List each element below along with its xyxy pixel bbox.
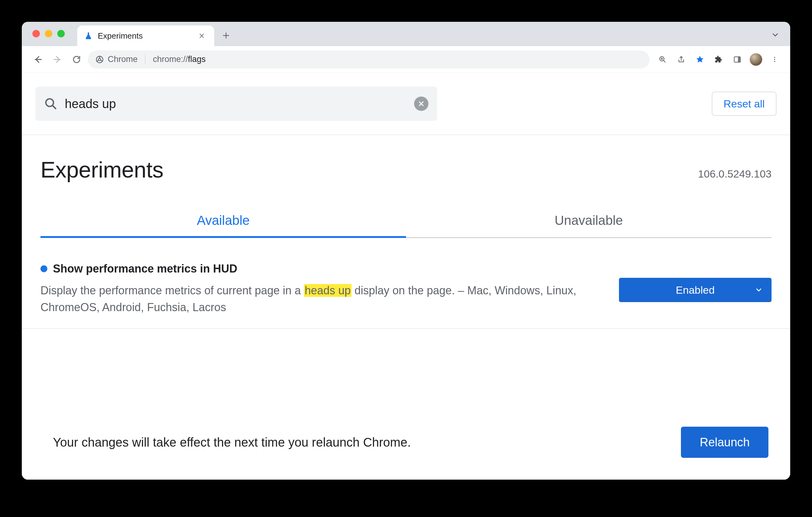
relaunch-bar: Your changes will take effect the next t… (22, 409, 790, 480)
svg-point-7 (774, 61, 775, 62)
reload-button[interactable] (68, 51, 85, 67)
toolbar-actions (655, 52, 782, 67)
close-window-button[interactable] (32, 30, 40, 37)
forward-button[interactable] (49, 51, 65, 67)
avatar-icon (750, 53, 762, 66)
modified-dot-icon (40, 265, 47, 272)
minimize-window-button[interactable] (45, 30, 52, 37)
tab-overflow-button[interactable] (771, 31, 784, 39)
extensions-icon[interactable] (711, 52, 726, 67)
page-header: Experiments 106.0.5249.103 (22, 135, 790, 182)
menu-button[interactable] (767, 52, 782, 67)
profile-avatar[interactable] (749, 52, 763, 67)
svg-point-6 (774, 59, 775, 60)
chip-label: Chrome (108, 55, 138, 64)
relaunch-button[interactable]: Relaunch (681, 427, 768, 458)
share-icon[interactable] (674, 52, 689, 67)
omnibox-divider (145, 55, 145, 64)
close-tab-icon[interactable] (197, 31, 206, 40)
version-label: 106.0.5249.103 (698, 168, 772, 180)
browser-toolbar: Chrome chrome://flags (22, 46, 790, 73)
flag-item: Show performance metrics in HUD Display … (22, 238, 790, 329)
side-panel-icon[interactable] (730, 52, 745, 67)
address-bar[interactable]: Chrome chrome://flags (88, 51, 649, 68)
tab-title: Experiments (98, 31, 143, 41)
flag-search-box[interactable] (35, 87, 437, 121)
search-row: Reset all (22, 73, 790, 135)
back-button[interactable] (30, 51, 46, 67)
chrome-icon (95, 55, 104, 64)
chevron-down-icon (755, 286, 763, 294)
tab-available[interactable]: Available (40, 204, 406, 237)
svg-rect-4 (738, 57, 741, 62)
flag-title: Show performance metrics in HUD (53, 262, 237, 275)
flag-description: Display the performance metrics of curre… (40, 282, 607, 316)
maximize-window-button[interactable] (57, 30, 65, 37)
tab-strip: Experiments (22, 22, 790, 46)
site-chip: Chrome (95, 55, 138, 64)
browser-window: Experiments (22, 22, 790, 480)
flag-state-select[interactable]: Enabled (619, 278, 772, 302)
flag-text: Show performance metrics in HUD Display … (40, 262, 607, 316)
search-highlight: heads up (304, 284, 351, 297)
browser-tab[interactable]: Experiments (77, 26, 214, 46)
omnibox-url: chrome://flags (153, 55, 206, 64)
bookmark-star-icon[interactable] (692, 52, 707, 67)
window-controls (32, 30, 65, 37)
flag-tabs: Available Unavailable (40, 204, 772, 238)
flag-state-value: Enabled (676, 284, 715, 296)
tab-unavailable[interactable]: Unavailable (406, 204, 772, 237)
zoom-icon[interactable] (655, 52, 670, 67)
new-tab-button[interactable] (217, 27, 235, 44)
flag-search-input[interactable] (64, 96, 407, 111)
relaunch-message: Your changes will take effect the next t… (53, 435, 411, 450)
search-icon (44, 97, 57, 110)
page-title: Experiments (40, 157, 164, 182)
flask-icon (84, 31, 93, 40)
svg-point-5 (774, 57, 775, 58)
reset-all-button[interactable]: Reset all (712, 92, 777, 116)
clear-search-icon[interactable] (414, 96, 428, 111)
page-content: Reset all Experiments 106.0.5249.103 Ava… (22, 73, 790, 480)
